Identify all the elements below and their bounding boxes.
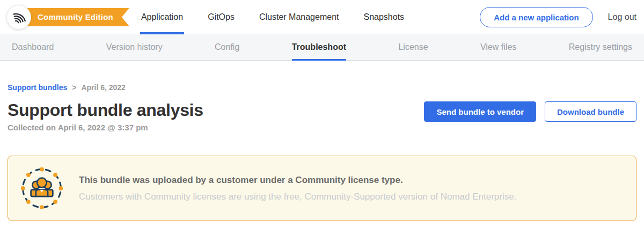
- community-license-notice: This bundle was uploaded by a customer u…: [8, 156, 636, 221]
- page-title: Support bundle analysis: [8, 100, 203, 120]
- download-bundle-button[interactable]: Download bundle: [545, 101, 636, 122]
- notice-text: This bundle was uploaded by a customer u…: [79, 175, 516, 202]
- app-subnav: Dashboard Version history Config Trouble…: [0, 34, 644, 61]
- people-group-glyph: [31, 178, 53, 197]
- subnav-item-registry-settings[interactable]: Registry settings: [569, 34, 632, 60]
- collected-timestamp: Collected on April 6, 2022 @ 3:37 pm: [8, 123, 203, 132]
- subnav-item-view-files[interactable]: View files: [480, 34, 516, 60]
- nav-tab-application[interactable]: Application: [140, 0, 184, 34]
- breadcrumb-separator: >: [72, 83, 76, 92]
- brand: Community Edition: [6, 5, 129, 30]
- breadcrumb-support-bundles-link[interactable]: Support bundles: [8, 83, 67, 92]
- subnav-item-troubleshoot[interactable]: Troubleshoot: [292, 34, 346, 60]
- bundle-actions: Send bundle to vendor Download bundle: [424, 100, 636, 122]
- replicated-logo-icon[interactable]: [6, 5, 31, 30]
- wave-logo-glyph: [12, 10, 26, 24]
- send-bundle-to-vendor-button[interactable]: Send bundle to vendor: [424, 101, 536, 122]
- ring-dots: [21, 167, 63, 209]
- collected-prefix: Collected on: [8, 123, 58, 132]
- nav-tab-snapshots[interactable]: Snapshots: [362, 0, 405, 34]
- subnav-item-dashboard[interactable]: Dashboard: [12, 34, 54, 60]
- notice-title: This bundle was uploaded by a customer u…: [79, 175, 516, 186]
- main-content: Support bundles > April 6, 2022 Support …: [0, 83, 644, 221]
- title-row: Support bundle analysis Collected on Apr…: [8, 100, 636, 132]
- logout-link[interactable]: Log out: [608, 12, 636, 22]
- subnav-item-license[interactable]: License: [398, 34, 428, 60]
- title-block: Support bundle analysis Collected on Apr…: [8, 100, 203, 132]
- top-navbar: Community Edition Application GitOps Clu…: [0, 0, 644, 34]
- breadcrumb-current: April 6, 2022: [81, 83, 126, 92]
- topnav-right: Add a new application Log out: [480, 7, 636, 27]
- subnav-item-version-history[interactable]: Version history: [106, 34, 163, 60]
- community-edition-badge: Community Edition: [20, 8, 129, 26]
- nav-tab-gitops[interactable]: GitOps: [207, 0, 236, 34]
- main-nav: Application GitOps Cluster Management Sn…: [140, 0, 405, 34]
- subnav-item-config[interactable]: Config: [215, 34, 239, 60]
- breadcrumb: Support bundles > April 6, 2022: [8, 83, 636, 92]
- nav-tab-cluster-management[interactable]: Cluster Management: [258, 0, 340, 34]
- community-people-icon: [21, 167, 63, 209]
- add-new-application-button[interactable]: Add a new application: [480, 7, 592, 27]
- collected-date: April 6, 2022 @ 3:37 pm: [58, 123, 148, 132]
- notice-subtitle: Customers with Community licenses are us…: [79, 192, 516, 202]
